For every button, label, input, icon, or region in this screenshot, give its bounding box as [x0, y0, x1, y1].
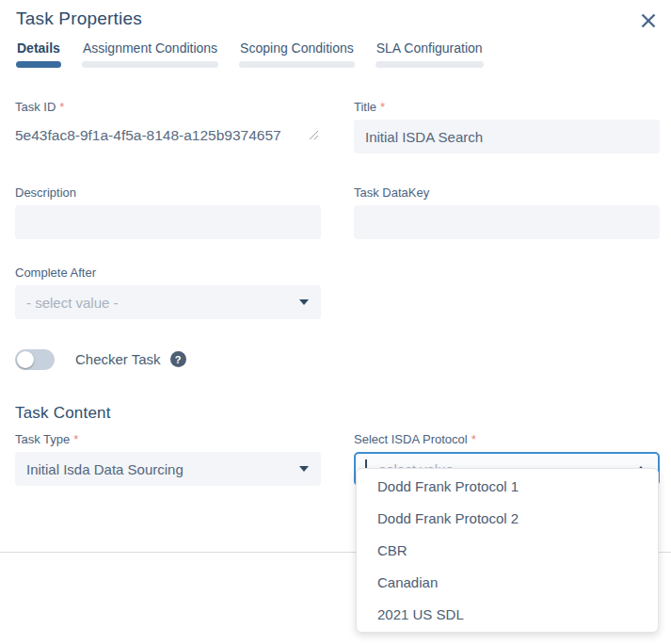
- description-field[interactable]: [15, 205, 321, 239]
- chevron-down-icon: [299, 299, 309, 305]
- title-label: Title*: [354, 99, 660, 115]
- dropdown-option[interactable]: Dodd Frank Protocol 2: [357, 503, 658, 535]
- tab-sla-configuration[interactable]: SLA Configuration: [375, 40, 484, 68]
- tab-label: Details: [16, 40, 61, 56]
- help-icon[interactable]: ?: [170, 351, 186, 367]
- task-id-group: Task ID* 5e43fac8-9f1a-4f5a-8148-a125b93…: [15, 99, 321, 157]
- tab-indicator: [239, 61, 355, 68]
- task-id-label: Task ID*: [15, 99, 321, 115]
- dropdown-option[interactable]: CBR: [357, 535, 658, 567]
- tab-indicator: [375, 61, 484, 68]
- title-field[interactable]: [354, 120, 660, 153]
- task-content-heading: Task Content: [15, 403, 660, 423]
- task-datakey-group: Task DataKey: [354, 185, 660, 239]
- task-datakey-label: Task DataKey: [354, 185, 660, 201]
- tab-details[interactable]: Details: [16, 40, 61, 68]
- title-group: Title*: [354, 99, 660, 157]
- tab-indicator: [16, 61, 61, 68]
- tab-bar: Details Assignment Conditions Scoping Co…: [16, 40, 484, 68]
- tab-label: Assignment Conditions: [82, 40, 218, 56]
- isda-protocol-dropdown-panel: Dodd Frank Protocol 1 Dodd Frank Protoco…: [356, 468, 659, 633]
- dropdown-option[interactable]: Dodd Frank Protocol 1: [357, 471, 658, 503]
- tab-label: Scoping Conditions: [239, 40, 355, 56]
- description-label: Description: [15, 185, 321, 201]
- chevron-down-icon: [299, 466, 309, 472]
- task-properties-modal: Task Properties Details Assignment Condi…: [0, 0, 671, 644]
- required-marker: *: [471, 432, 476, 446]
- task-type-label: Task Type*: [15, 431, 321, 447]
- checker-task-label: Checker Task: [75, 351, 161, 367]
- task-id-field[interactable]: 5e43fac8-9f1a-4f5a-8148-a125b9374657: [15, 120, 321, 153]
- complete-after-group: Complete After - select value -: [15, 265, 321, 319]
- close-button[interactable]: [638, 10, 659, 31]
- page-title: Task Properties: [16, 8, 142, 29]
- task-type-select[interactable]: Initial Isda Data Sourcing: [15, 452, 321, 486]
- dropdown-option[interactable]: 2021 US SDL: [357, 599, 658, 631]
- required-marker: *: [73, 432, 78, 446]
- tab-label: SLA Configuration: [375, 40, 484, 56]
- checker-task-toggle[interactable]: [15, 349, 55, 370]
- dropdown-option[interactable]: Canadian: [357, 567, 658, 599]
- tab-indicator: [82, 61, 218, 68]
- required-marker: *: [380, 100, 385, 114]
- tab-assignment-conditions[interactable]: Assignment Conditions: [82, 40, 218, 68]
- tab-scoping-conditions[interactable]: Scoping Conditions: [239, 40, 355, 68]
- select-value: Initial Isda Data Sourcing: [26, 461, 184, 477]
- task-type-group: Task Type* Initial Isda Data Sourcing: [15, 431, 321, 486]
- isda-protocol-label: Select ISDA Protocol*: [354, 431, 660, 447]
- details-form: Task ID* 5e43fac8-9f1a-4f5a-8148-a125b93…: [15, 99, 660, 486]
- checker-task-row: Checker Task ?: [15, 348, 321, 370]
- select-placeholder: - select value -: [26, 295, 119, 311]
- toggle-knob: [17, 351, 34, 368]
- task-datakey-field[interactable]: [354, 205, 660, 239]
- close-icon: [640, 12, 657, 29]
- required-marker: *: [59, 100, 64, 114]
- complete-after-select[interactable]: - select value -: [15, 285, 321, 319]
- complete-after-label: Complete After: [15, 265, 321, 281]
- description-group: Description: [15, 185, 321, 239]
